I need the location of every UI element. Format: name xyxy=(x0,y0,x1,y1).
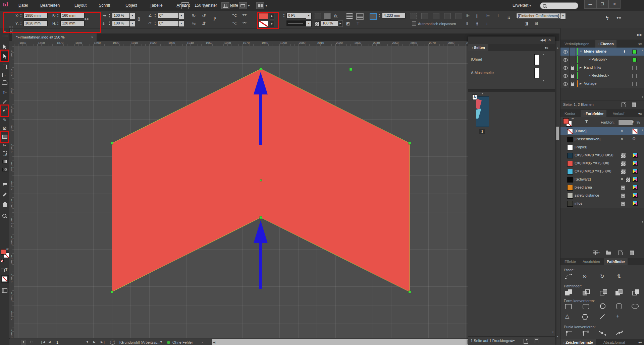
master-row-Ohne[interactable]: [Ohne] xyxy=(468,53,555,66)
dock-fill-swatch[interactable] xyxy=(563,118,569,124)
style-override-icon[interactable]: ◨ xyxy=(525,21,528,26)
swatch-row-4[interactable]: C=95 M=70 Y=50 K=50 xyxy=(560,151,644,160)
selection-indicator[interactable] xyxy=(632,66,637,70)
fill-frame-prop-icon[interactable] xyxy=(444,13,451,19)
tab-effekte[interactable]: Effekte xyxy=(562,258,579,265)
delete-layer-icon[interactable] xyxy=(632,102,636,107)
chevron-down-icon[interactable]: ▼ xyxy=(248,4,250,7)
selection-tool[interactable] xyxy=(0,43,9,51)
workspace-switcher[interactable]: Erweitert ▾ xyxy=(513,3,531,8)
anchor-point-1[interactable] xyxy=(260,68,262,70)
eye-icon[interactable] xyxy=(563,82,568,86)
preflight-icon[interactable]: ! xyxy=(21,340,26,345)
tab-ebenen[interactable]: ↕ Ebenen xyxy=(595,40,616,48)
new-page-icon[interactable] xyxy=(524,339,528,344)
center-point[interactable] xyxy=(260,180,262,181)
tint-field[interactable] xyxy=(618,120,633,125)
scale-y-field[interactable]: 100 % xyxy=(112,20,131,26)
share-icon[interactable]: ⎘ xyxy=(30,340,33,344)
swatch-row-9[interactable]: safety distance xyxy=(560,192,644,200)
rotation-field[interactable]: 0° xyxy=(158,13,180,18)
swatch-row-5[interactable]: C=0 M=85 Y=75 K=0 xyxy=(560,159,644,168)
view-options-button[interactable] xyxy=(221,2,229,9)
menu-tabelle[interactable]: Tabelle xyxy=(150,3,163,8)
toolbar-collapse-icon[interactable]: » xyxy=(0,29,9,33)
flip-horizontal-icon[interactable]: ⇥ xyxy=(103,13,106,18)
align-center-icon[interactable]: ⫲ xyxy=(476,13,478,18)
swatch-row-2[interactable]: [Passermarken]×⊕ xyxy=(560,135,644,144)
note-tool[interactable] xyxy=(0,180,9,188)
last-page-icon[interactable]: ▶❘ xyxy=(101,340,105,344)
x-field[interactable]: 1980 mm xyxy=(23,13,48,18)
affects-container-icon[interactable] xyxy=(578,120,582,124)
restore-button[interactable]: ❐ xyxy=(596,0,608,9)
profile-dropdown-icon[interactable]: ▼ xyxy=(160,340,163,344)
x-stepper[interactable]: ▲▼ xyxy=(19,13,22,18)
eye-cell[interactable] xyxy=(560,80,570,88)
vscroll-thumb[interactable] xyxy=(556,127,559,140)
panel-menu-icon[interactable]: ▾≡ xyxy=(616,15,621,20)
gradient-swatch-tool[interactable] xyxy=(0,157,9,165)
height-stepper[interactable]: ▲▼ xyxy=(56,20,59,26)
tint-dropdown-icon[interactable]: ▶ xyxy=(632,120,634,123)
convert-polygon-icon[interactable] xyxy=(582,314,588,320)
prev-page-icon[interactable]: ◀ xyxy=(48,340,51,344)
convert-triangle-icon[interactable]: △ xyxy=(565,313,569,319)
default-fill-stroke-icon[interactable] xyxy=(1,259,4,262)
pathfinder-exclude-icon[interactable] xyxy=(615,289,624,295)
layer-row-5[interactable]: ▶Vorlage xyxy=(560,80,644,88)
swatches-scroll-up[interactable]: ▲ xyxy=(641,129,644,131)
formatting-affects-text-icon[interactable]: T xyxy=(5,268,7,272)
symmetric-point-icon[interactable] xyxy=(615,330,624,336)
eyedropper-tool[interactable] xyxy=(0,190,9,199)
chevron-down-icon[interactable]: ▼ xyxy=(230,4,233,7)
pages-scroll-down[interactable]: ▼ xyxy=(552,331,554,333)
swatch-row-1[interactable]: [Ohne]× xyxy=(560,127,644,136)
masters-scroll-down[interactable]: ▼ xyxy=(542,79,545,82)
select-container-icon[interactable]: ⌥ xyxy=(232,13,237,18)
tab-zeichenformate[interactable]: ↕ Zeichenformate xyxy=(560,339,596,345)
eye-cell[interactable] xyxy=(560,72,570,80)
page-thumbnail[interactable] xyxy=(476,96,489,127)
selection-indicator[interactable] xyxy=(632,74,637,78)
opacity-dropdown[interactable]: ▶ xyxy=(338,20,343,27)
pathfinder-add-icon[interactable] xyxy=(565,289,573,295)
corner-radius-stepper[interactable]: ▲▼ xyxy=(378,13,381,18)
selection-indicator[interactable] xyxy=(632,58,637,62)
anchor-point-3[interactable] xyxy=(409,291,411,293)
convert-cross-icon[interactable]: + xyxy=(616,313,620,320)
distribute-left-icon[interactable]: ⫴ xyxy=(466,21,468,26)
stroke-color-dropdown[interactable]: ▶ xyxy=(270,21,274,27)
status-dropdown-icon[interactable]: ⌄ xyxy=(201,340,204,344)
scroll-down-icon[interactable]: ▼ xyxy=(556,335,559,338)
stroke-weight-stepper[interactable]: ▲▼ xyxy=(282,13,285,18)
masters-scroll-up[interactable]: ▲ xyxy=(542,53,545,56)
swatch-views-icon[interactable] xyxy=(593,251,598,255)
tab-verlauf[interactable]: Verlauf xyxy=(610,110,627,117)
page-tool[interactable]: ◄ xyxy=(0,63,9,71)
lock-icon[interactable] xyxy=(571,67,574,70)
lock-cell[interactable] xyxy=(569,64,576,72)
pathfinder-intersect-icon[interactable] xyxy=(600,289,608,295)
panel-splitter[interactable] xyxy=(468,89,555,92)
distribute-center-icon[interactable]: ⫵ xyxy=(476,21,478,26)
fit-content-prop-icon[interactable] xyxy=(433,13,439,19)
flip-vertical-icon[interactable]: ⤓ xyxy=(103,21,104,25)
layers-panel-menu-icon[interactable]: ▾≡ xyxy=(638,42,642,46)
zoom-tool[interactable] xyxy=(0,211,9,221)
disclosure-icon[interactable]: ▶ xyxy=(580,82,582,85)
next-page-icon[interactable]: ▶ xyxy=(93,340,96,344)
quick-apply-lightning-icon[interactable]: ϟ xyxy=(606,15,608,21)
eye-icon[interactable] xyxy=(563,66,568,70)
fit-frame-icon[interactable] xyxy=(421,13,428,19)
disclosure-icon[interactable]: ▶ xyxy=(580,66,582,69)
collapse-panel-icon[interactable]: ◀◀ xyxy=(540,38,545,42)
styles-panel-menu-icon[interactable]: ▾≡ xyxy=(638,341,642,344)
center-content-icon[interactable] xyxy=(455,13,462,19)
ruler-corner[interactable] xyxy=(9,41,14,46)
swatch-row-6[interactable]: C=70 M=10 Y=15 K=0 xyxy=(560,167,644,176)
page-number-field[interactable]: 1 xyxy=(56,340,58,344)
free-transform-tool[interactable]: ► xyxy=(0,149,9,157)
new-swatch-icon[interactable] xyxy=(618,251,623,255)
layer-row-1[interactable]: ▼Meine Ebene✒ xyxy=(560,48,644,56)
